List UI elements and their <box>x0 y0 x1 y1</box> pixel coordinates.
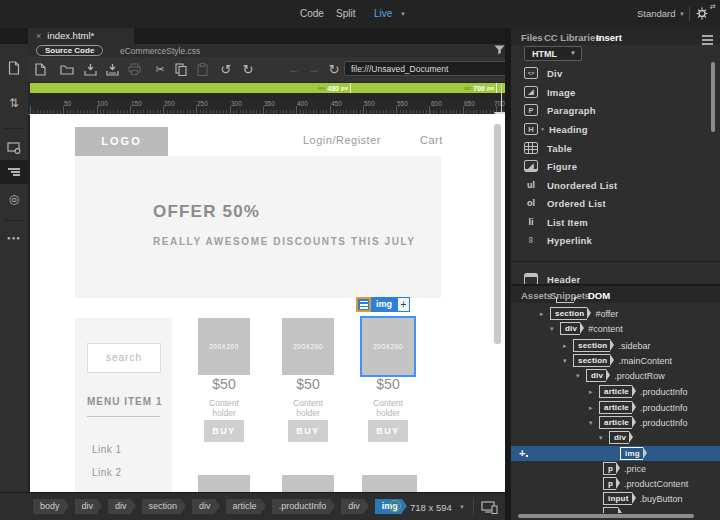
insert-item-ordered-list[interactable]: ol Ordered List <box>511 194 720 212</box>
split-view-button[interactable]: Split <box>336 8 355 19</box>
dom-row-p-productcontent[interactable]: p .productContent <box>511 476 718 491</box>
new-file-icon[interactable] <box>32 61 48 77</box>
tag-selector-article[interactable]: article <box>226 499 261 514</box>
dom-row-article-productinfo[interactable]: ▸ article .productInfo <box>511 400 718 415</box>
offer-section[interactable]: OFFER 50% REALLY AWESOME DISCOUNTS THIS … <box>75 156 441 298</box>
sidebar-link-2[interactable]: Link 2 <box>92 467 122 478</box>
close-tab-icon[interactable]: × <box>36 31 41 41</box>
inspect-mode-icon[interactable]: ◎ <box>0 188 28 210</box>
element-menu-icon[interactable] <box>356 297 371 312</box>
dom-row-input-buybutton[interactable]: input .buyButton <box>511 491 718 506</box>
chevron-down-icon[interactable]: ▾ <box>550 325 560 333</box>
dom-row-div-productrow[interactable]: ▾ div .productRow <box>511 368 718 383</box>
size-scrubber-bar[interactable]: ‹‹‹‹‹ 480 px ‹‹‹‹‹ 700 px <box>30 83 508 93</box>
dom-row-div-content[interactable]: ▾ div #content <box>511 321 718 336</box>
selected-element-tag[interactable]: img <box>371 297 397 312</box>
sidebar-link-1[interactable]: Link 1 <box>92 444 122 455</box>
add-element-button[interactable]: + <box>397 297 410 312</box>
file-management-icon[interactable]: ⇅ <box>0 92 28 114</box>
refresh-icon[interactable]: ↻ <box>326 61 342 77</box>
live-view-options-icon[interactable] <box>0 137 28 159</box>
tab-cc-libraries[interactable]: CC Libraries <box>544 32 601 43</box>
dom-panel-scrollbar[interactable] <box>518 514 694 518</box>
dom-row-article-productinfo[interactable]: ▾ article .productInfo <box>511 415 718 430</box>
element-selection-label[interactable]: img + <box>356 297 410 312</box>
chevron-right-icon[interactable]: ▸ <box>563 342 573 350</box>
chevron-down-icon[interactable]: ▾ <box>563 357 573 365</box>
dom-row-section-maincontent[interactable]: ▾ section .mainContent <box>511 353 718 368</box>
heading-submenu-caret-icon[interactable]: ▼ <box>540 126 545 132</box>
add-element-icon[interactable]: + <box>519 447 525 459</box>
tab-insert[interactable]: Insert <box>596 32 622 43</box>
chevron-right-icon[interactable]: ▸ <box>540 310 550 318</box>
customize-toolbar-icon[interactable]: ●●● <box>0 227 28 249</box>
media-query-marker-480[interactable]: ‹‹‹‹‹ 480 px <box>318 83 348 93</box>
tag-selector-div[interactable]: div <box>341 499 364 514</box>
save-icon[interactable] <box>82 61 98 77</box>
insert-item-figure[interactable]: ◢ Figure <box>511 157 720 175</box>
tab-files[interactable]: Files <box>521 32 543 43</box>
tag-selector-div[interactable]: div <box>192 499 215 514</box>
insert-category-dropdown[interactable]: HTML ▼ <box>524 46 582 61</box>
lint-ok-icon[interactable]: ✓ <box>389 500 401 512</box>
undo-icon[interactable]: ↺ <box>218 61 234 77</box>
chevron-right-icon[interactable]: ▸ <box>589 404 599 412</box>
dom-row-article-productinfo[interactable]: ▸ article .productInfo <box>511 384 718 399</box>
live-view-button[interactable]: Live <box>374 8 392 19</box>
panel-menu-icon[interactable] <box>702 33 713 47</box>
media-query-marker-700[interactable]: ‹‹‹‹‹ 700 px <box>464 83 494 93</box>
tag-selector-div[interactable]: div <box>75 499 98 514</box>
insert-item-unordered-list[interactable]: ul Unordered List <box>511 176 720 194</box>
insert-item-list-item[interactable]: li List Item <box>511 213 720 231</box>
buy-button[interactable]: BUY <box>204 420 244 442</box>
cart-link[interactable]: Cart <box>420 134 443 146</box>
tag-selector-section[interactable]: section <box>142 499 182 514</box>
dom-row-img-selected[interactable]: + img <box>511 446 720 461</box>
dom-row-p-price[interactable]: p .price <box>511 461 718 476</box>
address-bar[interactable]: file:///Unsaved_Document▼ <box>344 61 532 76</box>
insert-item-heading[interactable]: H ▼ Heading <box>511 120 720 138</box>
viewport-size-dropdown-icon[interactable]: ▼ <box>459 504 465 510</box>
preferences-gear-icon[interactable] <box>696 7 709 20</box>
buy-button[interactable]: BUY <box>288 420 328 442</box>
save-all-icon[interactable] <box>104 61 120 77</box>
canvas-scrollbar[interactable] <box>494 124 501 344</box>
buy-button[interactable]: BUY <box>368 420 408 442</box>
device-preview-icon[interactable] <box>481 501 498 514</box>
insert-item-hyperlink[interactable]: ∞ Hyperlink <box>511 231 720 249</box>
tag-selector-body[interactable]: body <box>33 499 64 514</box>
chevron-right-icon[interactable]: ▸ <box>589 388 599 396</box>
filter-funnel-icon[interactable] <box>494 45 505 55</box>
page-logo[interactable]: LOGO <box>75 127 168 156</box>
insert-item-div[interactable]: <> Div <box>511 64 720 82</box>
chevron-down-icon[interactable]: ▾ <box>576 372 586 380</box>
dom-outline-icon[interactable] <box>0 160 28 184</box>
search-input[interactable]: search <box>87 343 161 373</box>
page-sidebar[interactable]: search MENU ITEM 1 Link 1 Link 2 <box>75 318 172 492</box>
dom-row-section-offer[interactable]: ▸ section #offer <box>511 306 718 321</box>
document-tab[interactable]: ×index.html* <box>28 28 134 44</box>
tab-assets[interactable]: Assets <box>521 290 552 301</box>
workspace-switcher[interactable]: Standard <box>637 8 676 19</box>
tag-selector-productinfo[interactable]: .productInfo <box>272 499 331 514</box>
code-view-button[interactable]: Code <box>300 8 324 19</box>
chevron-down-icon[interactable]: ▾ <box>599 434 609 442</box>
source-code-button[interactable]: Source Code <box>36 45 103 56</box>
open-documents-icon[interactable] <box>0 57 28 79</box>
login-register-link[interactable]: Login/Register <box>303 134 381 146</box>
stylesheet-link[interactable]: eCommerceStyle.css <box>120 46 200 56</box>
product-image[interactable]: 200X200 <box>282 318 334 375</box>
chevron-down-icon[interactable]: ▾ <box>589 419 599 427</box>
live-view-canvas[interactable]: LOGO Login/Register Cart OFFER 50% REALL… <box>30 114 505 492</box>
viewport-size-value[interactable]: 718 x 594 <box>410 502 452 513</box>
insert-item-paragraph[interactable]: P Paragraph <box>511 101 720 119</box>
insert-item-image[interactable]: ◢ Image <box>511 83 720 101</box>
workspace-caret-icon[interactable]: ▼ <box>679 11 685 17</box>
product-image[interactable]: 200X200 <box>198 318 250 375</box>
insert-item-table[interactable]: Table <box>511 139 720 157</box>
open-file-icon[interactable] <box>59 61 75 77</box>
live-view-dropdown-icon[interactable]: ▼ <box>400 11 406 17</box>
redo-icon[interactable]: ↻ <box>240 61 256 77</box>
copy-icon[interactable] <box>173 61 189 77</box>
insert-panel-scrollbar[interactable] <box>711 62 715 132</box>
